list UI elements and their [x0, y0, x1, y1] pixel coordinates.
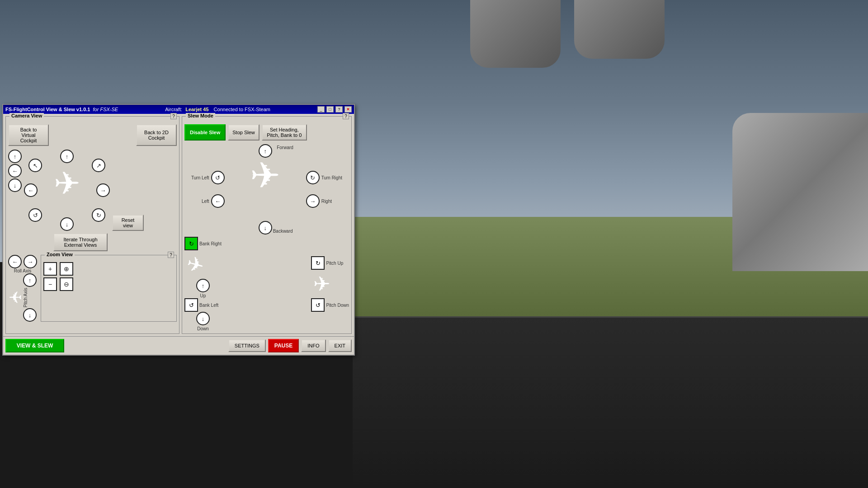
- minimize-button[interactable]: _: [317, 106, 325, 113]
- titlebar-buttons: _ □ ? ✕: [317, 106, 352, 113]
- pitch-up-label: Pitch Up: [326, 261, 343, 266]
- pitch-buttons: ↑ Pitch Axis ↓: [23, 273, 37, 322]
- camera-top-buttons: Back to Virtual Cockpit Back to 2D Cockp…: [8, 124, 177, 146]
- slew-panel-label: Slew Mode: [186, 113, 215, 118]
- camera-left-col: ↑ ← ↓: [8, 150, 22, 192]
- titlebar-aircraft-info: Aircraft: Learjet 45 Connected to FSX-St…: [165, 107, 270, 112]
- window-frame: [732, 113, 868, 271]
- roll-left-button[interactable]: ←: [8, 255, 22, 268]
- camera-panel-label: Camera View: [9, 113, 44, 118]
- bank-right-button[interactable]: ↻: [184, 237, 198, 250]
- pitch-slew-section: ↻ Pitch Up ✈ ↺ Pitch Down: [311, 256, 349, 312]
- zoom-help-icon[interactable]: ?: [168, 252, 174, 258]
- turn-left-area: Turn Left ↺: [191, 171, 225, 184]
- back-to-virtual-cockpit-button[interactable]: Back to Virtual Cockpit: [8, 124, 49, 146]
- pitch-down-area: ↺ Pitch Down: [311, 298, 349, 312]
- reset-view-button[interactable]: Reset view: [112, 215, 144, 231]
- view-slew-button[interactable]: VIEW & SLEW: [5, 339, 64, 352]
- roll-buttons: ← →: [8, 255, 37, 268]
- slew-center-area: ↑ Forward ✈ ↓ Backward: [227, 144, 304, 235]
- zoom-in-large-button[interactable]: ⊕: [60, 262, 73, 276]
- close-button[interactable]: ✕: [344, 106, 352, 113]
- zoom-buttons: + ⊕ − ⊖: [43, 262, 174, 291]
- turn-right-area: ↻ Turn Right: [306, 171, 342, 184]
- nacelle-left: [470, 0, 561, 68]
- turn-right-label: Turn Right: [321, 175, 342, 180]
- aircraft-bank-view: ✈: [184, 251, 207, 278]
- down-label: Down: [197, 326, 209, 331]
- camera-pan-right-button[interactable]: →: [96, 183, 110, 197]
- set-heading-button[interactable]: Set Heading, Pitch, Bank to 0: [262, 124, 307, 141]
- aircraft-pitch-view: ✈: [313, 272, 330, 296]
- camera-left-button[interactable]: ←: [8, 164, 22, 178]
- dialog-content: Camera View ? Back to Virtual Cockpit Ba…: [3, 114, 354, 336]
- roll-right-button[interactable]: →: [24, 255, 37, 268]
- settings-button[interactable]: SETTINGS: [228, 339, 266, 352]
- up-down-area: ↑ Up: [184, 279, 222, 298]
- disable-slew-button[interactable]: Disable Slew: [184, 124, 226, 141]
- pitch-down-camera-button[interactable]: ↓: [23, 308, 37, 322]
- zoom-out-large-button[interactable]: ⊖: [60, 277, 73, 291]
- zoom-out-button[interactable]: −: [43, 277, 57, 291]
- camera-forward-button[interactable]: ↑: [60, 150, 74, 163]
- slew-down-button[interactable]: ↓: [196, 312, 210, 325]
- backward-label: Backward: [273, 229, 293, 234]
- pitch-down-button[interactable]: ↺: [311, 298, 325, 312]
- slew-turn-right-button[interactable]: ↻: [306, 171, 320, 184]
- camera-backward-button[interactable]: ↓: [60, 217, 74, 231]
- camera-right-col: Reset view: [112, 150, 144, 231]
- slew-top-buttons: Disable Slew Stop Slew Set Heading, Pitc…: [184, 124, 349, 141]
- camera-bottom-section: ← → Roll Axis ✈ ↑ Pitch Axis ↓: [8, 255, 177, 322]
- stop-slew-button[interactable]: Stop Slew: [228, 124, 259, 141]
- bottom-toolbar: VIEW & SLEW SETTINGS PAUSE INFO EXIT: [3, 336, 354, 355]
- camera-direction-area: ↑ ← ↓ ↑ ↖ ↗ ✈: [8, 150, 177, 231]
- bank-right-area: ↻ Bank Right: [184, 237, 222, 250]
- slew-up-button[interactable]: ↑: [196, 279, 210, 292]
- iterate-views-button[interactable]: Iterate Through External Views: [53, 233, 108, 251]
- slew-left-labels: Turn Left ↺ Left ←: [191, 171, 225, 208]
- bank-left-area: ↺ Bank Left: [184, 298, 222, 312]
- left-label: Left: [202, 199, 209, 204]
- slew-help-icon[interactable]: ?: [343, 113, 349, 119]
- zoom-label: Zoom View: [45, 252, 75, 257]
- aircraft-side-view: ✈: [9, 288, 22, 307]
- bank-left-label: Bank Left: [199, 303, 218, 308]
- slew-turn-left-button[interactable]: ↺: [211, 171, 225, 184]
- camera-pan-left-button[interactable]: ←: [24, 183, 38, 197]
- slew-left-button[interactable]: ←: [211, 194, 225, 208]
- slew-bottom-section: ↻ Bank Right ✈ ↑ Up ↺ Bank Left: [184, 237, 349, 331]
- zoom-in-button[interactable]: +: [43, 262, 57, 276]
- help-button[interactable]: ?: [335, 106, 343, 113]
- info-button[interactable]: INFO: [301, 339, 326, 352]
- left-area: Left ←: [202, 194, 225, 208]
- bank-left-button[interactable]: ↺: [184, 298, 198, 312]
- slew-main-area: Turn Left ↺ Left ← ↑ Forward: [184, 144, 349, 235]
- maximize-button[interactable]: □: [326, 106, 334, 113]
- camera-help-icon[interactable]: ?: [170, 113, 177, 119]
- slew-backward-area: ↓: [259, 221, 272, 235]
- pitch-area: ✈ ↑ Pitch Axis ↓: [9, 273, 37, 322]
- down-area: ↓ Down: [184, 312, 222, 331]
- pitch-up-button[interactable]: ↻: [311, 256, 325, 270]
- back-to-2d-cockpit-button[interactable]: Back to 2D Cockpit: [136, 124, 177, 146]
- camera-up-button[interactable]: ↑: [8, 150, 22, 163]
- slew-backward-button[interactable]: ↓: [259, 221, 272, 235]
- camera-left-fwd-button[interactable]: ↺: [28, 208, 42, 222]
- zoom-section: Zoom View ? + ⊕ − ⊖: [41, 255, 177, 322]
- forward-label: Forward: [277, 145, 293, 150]
- main-dialog: FS-FlightControl View & Slew v1.0.1 for …: [2, 104, 355, 356]
- pause-button[interactable]: PAUSE: [268, 339, 299, 352]
- camera-up-left-button[interactable]: ↖: [28, 159, 42, 172]
- slew-right-labels: ↻ Turn Right → Right: [306, 171, 342, 208]
- camera-right-fwd-button[interactable]: ↻: [92, 208, 105, 222]
- pitch-up-camera-button[interactable]: ↑: [23, 273, 37, 287]
- camera-down-button[interactable]: ↓: [8, 178, 22, 192]
- camera-up-right-button[interactable]: ↗: [92, 159, 105, 172]
- exit-button[interactable]: EXIT: [328, 339, 352, 352]
- titlebar: FS-FlightControl View & Slew v1.0.1 for …: [3, 105, 354, 114]
- aircraft-top-view: ✈: [54, 168, 80, 199]
- roll-axis-section: ← → Roll Axis ✈ ↑ Pitch Axis ↓: [8, 255, 37, 322]
- slew-right-button[interactable]: →: [306, 194, 320, 208]
- pitch-down-label: Pitch Down: [326, 303, 349, 308]
- cockpit-instruments: [353, 316, 868, 488]
